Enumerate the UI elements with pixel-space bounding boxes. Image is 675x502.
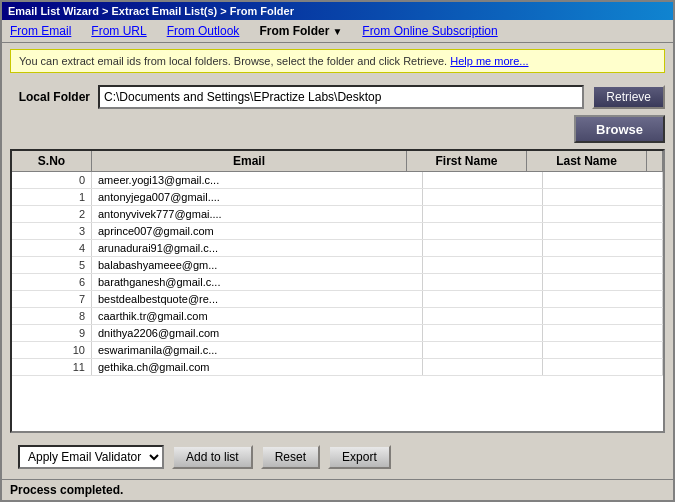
table-row[interactable]: 4 arunadurai91@gmail.c...: [12, 240, 663, 257]
cell-lastname: [543, 308, 663, 324]
status-bar: Process completed.: [2, 479, 673, 500]
table-row[interactable]: 8 caarthik.tr@gmail.com: [12, 308, 663, 325]
cell-firstname: [423, 308, 543, 324]
cell-firstname: [423, 274, 543, 290]
cell-lastname: [543, 257, 663, 273]
email-table-container: S.No Email First Name Last Name 0 ameer.…: [10, 149, 665, 433]
cell-email: ameer.yogi13@gmail.c...: [92, 172, 423, 188]
table-row[interactable]: 6 barathganesh@gmail.c...: [12, 274, 663, 291]
nav-from-email[interactable]: From Email: [10, 24, 71, 38]
cell-firstname: [423, 172, 543, 188]
cell-sno: 5: [12, 257, 92, 273]
cell-firstname: [423, 257, 543, 273]
table-row[interactable]: 5 balabashyameee@gm...: [12, 257, 663, 274]
info-text: You can extract email ids from local fol…: [19, 55, 447, 67]
table-row[interactable]: 7 bestdealbestquote@re...: [12, 291, 663, 308]
nav-from-folder[interactable]: From Folder ▼: [259, 24, 342, 38]
nav-bar: From Email From URL From Outlook From Fo…: [2, 20, 673, 43]
col-header-firstname: First Name: [407, 151, 527, 171]
cell-email: balabashyameee@gm...: [92, 257, 423, 273]
help-link[interactable]: Help me more...: [450, 55, 528, 67]
cell-sno: 1: [12, 189, 92, 205]
cell-lastname: [543, 342, 663, 358]
cell-sno: 4: [12, 240, 92, 256]
table-row[interactable]: 2 antonyvivek777@gmai....: [12, 206, 663, 223]
dropdown-arrow-icon: ▼: [332, 26, 342, 37]
browse-button[interactable]: Browse: [574, 115, 665, 143]
table-row[interactable]: 10 eswarimanila@gmail.c...: [12, 342, 663, 359]
cell-email: barathganesh@gmail.c...: [92, 274, 423, 290]
cell-email: bestdealbestquote@re...: [92, 291, 423, 307]
col-header-scrollbar-spacer: [647, 151, 663, 171]
cell-lastname: [543, 223, 663, 239]
cell-email: caarthik.tr@gmail.com: [92, 308, 423, 324]
cell-firstname: [423, 342, 543, 358]
table-body[interactable]: 0 ameer.yogi13@gmail.c... 1 antonyjega00…: [12, 172, 663, 431]
title-text: Email List Wizard > Extract Email List(s…: [8, 5, 294, 17]
cell-email: arunadurai91@gmail.c...: [92, 240, 423, 256]
cell-email: dnithya2206@gmail.com: [92, 325, 423, 341]
cell-lastname: [543, 291, 663, 307]
cell-lastname: [543, 325, 663, 341]
cell-lastname: [543, 206, 663, 222]
cell-firstname: [423, 291, 543, 307]
main-window: Email List Wizard > Extract Email List(s…: [0, 0, 675, 502]
cell-lastname: [543, 189, 663, 205]
cell-sno: 9: [12, 325, 92, 341]
cell-sno: 10: [12, 342, 92, 358]
table-header: S.No Email First Name Last Name: [12, 151, 663, 172]
reset-button[interactable]: Reset: [261, 445, 320, 469]
folder-row: Local Folder Retrieve: [10, 85, 665, 109]
cell-firstname: [423, 189, 543, 205]
info-bar: You can extract email ids from local fol…: [10, 49, 665, 73]
cell-lastname: [543, 240, 663, 256]
cell-email: antonyjega007@gmail....: [92, 189, 423, 205]
cell-sno: 2: [12, 206, 92, 222]
cell-email: gethika.ch@gmail.com: [92, 359, 423, 375]
cell-sno: 0: [12, 172, 92, 188]
cell-sno: 8: [12, 308, 92, 324]
cell-firstname: [423, 206, 543, 222]
cell-firstname: [423, 359, 543, 375]
table-row[interactable]: 11 gethika.ch@gmail.com: [12, 359, 663, 376]
folder-path-input[interactable]: [98, 85, 584, 109]
cell-sno: 7: [12, 291, 92, 307]
nav-from-online[interactable]: From Online Subscription: [362, 24, 497, 38]
table-row[interactable]: 1 antonyjega007@gmail....: [12, 189, 663, 206]
cell-firstname: [423, 325, 543, 341]
cell-firstname: [423, 223, 543, 239]
bottom-bar: Apply Email Validator Add to list Reset …: [10, 439, 665, 475]
status-text: Process completed.: [10, 483, 123, 497]
table-row[interactable]: 3 aprince007@gmail.com: [12, 223, 663, 240]
cell-sno: 6: [12, 274, 92, 290]
folder-label: Local Folder: [10, 90, 90, 104]
table-row[interactable]: 9 dnithya2206@gmail.com: [12, 325, 663, 342]
cell-sno: 11: [12, 359, 92, 375]
nav-from-url[interactable]: From URL: [91, 24, 146, 38]
title-bar: Email List Wizard > Extract Email List(s…: [2, 2, 673, 20]
content-area: Local Folder Retrieve Browse S.No Email …: [2, 77, 673, 479]
cell-email: eswarimanila@gmail.c...: [92, 342, 423, 358]
add-to-list-button[interactable]: Add to list: [172, 445, 253, 469]
cell-lastname: [543, 274, 663, 290]
browse-row: Browse: [10, 115, 665, 143]
retrieve-button[interactable]: Retrieve: [592, 85, 665, 109]
email-validator-select[interactable]: Apply Email Validator: [18, 445, 164, 469]
cell-sno: 3: [12, 223, 92, 239]
col-header-sno: S.No: [12, 151, 92, 171]
col-header-lastname: Last Name: [527, 151, 647, 171]
col-header-email: Email: [92, 151, 407, 171]
export-button[interactable]: Export: [328, 445, 391, 469]
cell-lastname: [543, 172, 663, 188]
cell-firstname: [423, 240, 543, 256]
cell-email: antonyvivek777@gmai....: [92, 206, 423, 222]
nav-from-outlook[interactable]: From Outlook: [167, 24, 240, 38]
cell-email: aprince007@gmail.com: [92, 223, 423, 239]
table-row[interactable]: 0 ameer.yogi13@gmail.c...: [12, 172, 663, 189]
cell-lastname: [543, 359, 663, 375]
